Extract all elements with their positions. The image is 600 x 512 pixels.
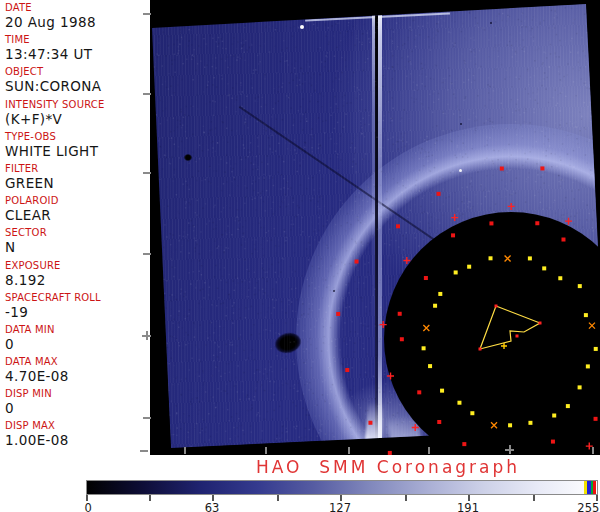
field-type-obs: TYPE-OBSWHITE LIGHT (5, 131, 150, 163)
colorbar-minor-tick (533, 495, 535, 501)
marker-plus (508, 203, 515, 210)
marker-plus (451, 214, 458, 221)
fiducial-tick (505, 445, 514, 454)
colorbar-tick-label: 63 (205, 501, 220, 512)
marker-dot (462, 442, 466, 446)
marker-dot (551, 440, 555, 444)
field-value: 20 Aug 1988 (5, 14, 150, 30)
marker-dot (437, 192, 441, 196)
field-value: (K+F)*V (5, 111, 150, 127)
field-value: 0 (5, 400, 150, 416)
colorbar-end-stripe (587, 481, 591, 494)
field-label: FILTER (5, 163, 150, 175)
marker-dot (451, 233, 455, 237)
instrument-title: HAO SMM Coronagraph (256, 457, 520, 477)
marker-dot (594, 347, 598, 351)
marker-dot (398, 312, 402, 316)
colorbar-minor-tick (277, 495, 279, 501)
marker-dot (355, 260, 359, 264)
marker-plus (380, 321, 387, 328)
field-label: INTENSITY SOURCE (5, 99, 150, 111)
field-label: DATA MIN (5, 324, 150, 336)
marker-dot (422, 346, 426, 350)
marker-dot (428, 364, 432, 368)
field-sector: SECTORN (5, 227, 150, 259)
field-value: GREEN (5, 175, 150, 191)
field-value: -19 (5, 304, 150, 320)
marker-dot (438, 292, 442, 296)
marker-dot (535, 221, 539, 225)
marker-dot (400, 337, 404, 341)
colorbar-minor-tick (149, 495, 151, 501)
field-data-min: DATA MIN0 (5, 324, 150, 356)
marker-plus (403, 257, 410, 264)
field-disp-max: DISP MAX1.00E-08 (5, 420, 150, 452)
coronagraph-image-viewport (150, 0, 600, 455)
field-exposure: EXPOSURE8.192 (5, 260, 150, 292)
intensity-colorbar (86, 480, 598, 495)
marker-dot (539, 322, 542, 325)
marker-dot (336, 312, 340, 316)
coronagraph-viewer-window: DATE20 Aug 1988 TIME13:47:34 UT OBJECTSU… (0, 0, 600, 512)
field-label: SECTOR (5, 227, 150, 239)
colorbar-minor-tick (405, 495, 407, 501)
marker-plus (412, 424, 419, 431)
fiducial-tick (143, 417, 151, 419)
field-label: DISP MAX (5, 420, 150, 432)
field-label: DATA MAX (5, 356, 150, 368)
marker-dot (479, 348, 482, 351)
field-date: DATE20 Aug 1988 (5, 2, 150, 34)
marker-dot (454, 270, 458, 274)
field-value: 1.00E-08 (5, 432, 150, 448)
marker-dot (528, 421, 532, 425)
field-value: 13:47:34 UT (5, 46, 150, 62)
fiducial-tick (142, 331, 151, 340)
colorbar-end-stripe (591, 481, 593, 494)
colorbar-tick-label: 127 (329, 501, 351, 512)
fiducial-tick (265, 447, 267, 454)
field-label: POLAROID (5, 195, 150, 207)
field-label: DATE (5, 2, 150, 14)
fiducial-tick (592, 447, 594, 454)
field-value: WHITE LIGHT (5, 143, 150, 159)
colorbar-end-stripe (584, 481, 587, 494)
field-value: SUN:CORONA (5, 78, 150, 94)
field-intensity-source: INTENSITY SOURCE(K+F)*V (5, 99, 150, 131)
marker-dot (516, 335, 519, 338)
fiducial-tick (143, 172, 151, 174)
marker-overlay (150, 0, 600, 455)
marker-dot (578, 284, 582, 288)
marker-dot (396, 224, 400, 228)
marker-dot (489, 256, 493, 260)
marker-dot (540, 166, 544, 170)
field-label: SPACECRAFT ROLL (5, 292, 150, 304)
fiducial-tick (184, 447, 186, 454)
field-value: 0 (5, 336, 150, 352)
field-value: CLEAR (5, 207, 150, 223)
colorbar-tick-label: 191 (457, 501, 479, 512)
region-outline-polygon (480, 306, 540, 349)
marker-dot (578, 385, 582, 389)
colorbar-end-stripe (593, 481, 596, 494)
marker-dot (424, 276, 428, 280)
marker-dot (433, 304, 437, 308)
marker-dot (457, 401, 461, 405)
field-polaroid: POLAROIDCLEAR (5, 195, 150, 227)
field-label: EXPOSURE (5, 260, 150, 272)
marker-dot (586, 364, 590, 368)
fiducial-tick (428, 447, 430, 454)
marker-x (589, 323, 595, 329)
marker-dot (552, 414, 556, 418)
marker-dot (566, 404, 570, 408)
marker-dot (561, 238, 565, 242)
field-data-max: DATA MAX4.70E-08 (5, 356, 150, 388)
marker-dot (558, 276, 562, 280)
marker-dot (584, 313, 588, 317)
footer-panel: HAO SMM Coronagraph 063127191255 (0, 455, 600, 512)
metadata-sidebar: DATE20 Aug 1988 TIME13:47:34 UT OBJECTSU… (0, 0, 150, 455)
marker-x (423, 325, 429, 331)
field-label: DISP MIN (5, 388, 150, 400)
marker-dot (437, 420, 441, 424)
field-spacecraft-roll: SPACECRAFT ROLL-19 (5, 292, 150, 324)
fiducial-tick (140, 450, 148, 452)
